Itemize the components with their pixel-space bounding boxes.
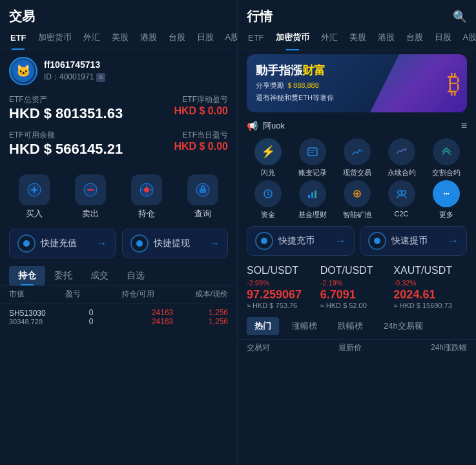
func-label-5: 资金 [261, 210, 275, 220]
func-perpetual[interactable]: 永续合约 [380, 138, 422, 178]
tab-hk-left[interactable]: 港股 [135, 29, 162, 46]
spot-trade-icon [344, 138, 371, 165]
buy-icon [19, 174, 50, 205]
market-tab-hot[interactable]: 热门 [247, 317, 279, 335]
right-tabs: ETF 加密货币 外汇 美股 港股 台股 日股 A股 [238, 29, 476, 50]
notice-text: 阿uok [263, 120, 456, 132]
market-col-pair: 交易对 [247, 342, 270, 353]
market-tab-fall[interactable]: 跌幅榜 [330, 317, 371, 335]
banner-title-highlight: 财富 [302, 64, 326, 77]
func-label-7: 智能矿池 [343, 210, 371, 220]
func-account-record[interactable]: 账变记录 [291, 138, 333, 178]
c2c-icon [388, 180, 415, 207]
left-title: 交易 [9, 8, 35, 25]
qw-arrow: → [448, 235, 459, 247]
banner-title: 動手指漲财富 [256, 64, 334, 78]
func-mining[interactable]: 智能矿池 [336, 180, 378, 220]
svg-point-12 [398, 191, 402, 194]
deposit-dot-inner [23, 240, 30, 247]
left-header: 交易 [0, 0, 237, 29]
tab-tw-right[interactable]: 台股 [401, 29, 428, 46]
tab-tw-left[interactable]: 台股 [163, 29, 191, 46]
tab-crypto-left[interactable]: 加密货币 [33, 29, 77, 46]
right-panel: 行情 🔍 ETF 加密货币 外汇 美股 港股 台股 日股 A股 動手指漲财富 分… [238, 0, 476, 465]
sell-button[interactable]: 卖出 [75, 174, 106, 220]
dot-change: -2.19% [320, 279, 343, 287]
buy-label: 买入 [26, 208, 43, 220]
xaut-hkd: ≈ HKD $ 15690.73 [393, 302, 462, 309]
stock-cost: 1,256 1,256 [173, 308, 228, 326]
price-section: SOL/USDT -2.99% 97.259067 ≈ HKD $ 753.76… [238, 261, 476, 313]
price-dot: DOT/USDT -2.19% 6.7091 ≈ HKD $ 52.00 [320, 265, 394, 309]
func-more[interactable]: 更多 [425, 180, 467, 220]
quick-withdraw-label-left: 快捷提现 [154, 238, 190, 249]
etf-total-label: ETF总资产 [9, 94, 123, 105]
tab-hk-right[interactable]: 港股 [373, 29, 400, 46]
tab-etf-left[interactable]: ETF [5, 30, 32, 45]
dot-hkd: ≈ HKD $ 52.00 [320, 302, 389, 309]
tab-jp-right[interactable]: 日股 [429, 29, 457, 46]
etf-today-value: HKD $ 0.00 [174, 141, 228, 152]
tab-us-right[interactable]: 美股 [344, 29, 371, 46]
market-tab-rise[interactable]: 涨幅榜 [284, 317, 325, 335]
func-grid: ⚡ 闪兑 账变记录 现货交易 永续合约 交割合约 [238, 136, 476, 222]
func-c2c[interactable]: C2C [380, 180, 422, 220]
tab-etf-right[interactable]: ETF [243, 30, 269, 45]
quick-withdraw-left[interactable]: 快捷提现 → [122, 229, 229, 258]
func-flash-exchange[interactable]: ⚡ 闪兑 [247, 138, 289, 178]
query-button[interactable]: 查询 [187, 174, 218, 220]
etf-float-label: ETF浮动盈亏 [174, 94, 228, 105]
market-col-change: 24h涨跌幅 [431, 342, 467, 353]
tab-jp-left[interactable]: 日股 [192, 29, 219, 46]
action-buttons: 买入 卖出 持仓 [0, 169, 237, 225]
tab-crypto-right[interactable]: 加密货币 [271, 29, 315, 46]
func-delivery[interactable]: 交割合约 [425, 138, 467, 178]
buy-button[interactable]: 买入 [19, 174, 50, 220]
user-id: ID：40001971 ⧉ [44, 72, 105, 83]
copy-icon[interactable]: ⧉ [96, 73, 105, 82]
tab-cn-left[interactable]: A股 [220, 29, 238, 46]
quick-deposit-label-left: 快捷充值 [41, 238, 77, 249]
tab-position[interactable]: 持仓 [9, 266, 45, 285]
qw-dot [368, 232, 386, 250]
func-spot-trade[interactable]: 现货交易 [336, 138, 378, 178]
svg-point-17 [447, 193, 448, 194]
deposit-dot [17, 234, 36, 253]
quick-withdraw-right[interactable]: 快速提币 → [360, 226, 468, 256]
col-pnl: 盈亏 [65, 289, 81, 300]
tab-cn-right[interactable]: A股 [458, 29, 476, 46]
svg-point-3 [144, 187, 149, 192]
fund-wealth-icon [299, 180, 326, 207]
xaut-pair: XAUT/USDT -0.32% [393, 265, 462, 288]
menu-icon[interactable]: ≡ [461, 120, 467, 132]
func-label-9: 更多 [439, 210, 453, 220]
tab-entrust[interactable]: 委托 [45, 266, 81, 285]
tab-forex-right[interactable]: 外汇 [316, 29, 343, 46]
position-button[interactable]: 持仓 [131, 174, 162, 220]
xaut-value: 2024.61 [393, 288, 462, 302]
banner-share-label: ＄888,888 [286, 81, 319, 89]
quick-buttons-right: 快捷充币 → 快速提币 → [238, 222, 476, 261]
func-fund-wealth[interactable]: 基金理财 [291, 180, 333, 220]
quick-deposit-label-right: 快捷充币 [278, 235, 315, 247]
banner[interactable]: 動手指漲财富 分享獎勵 ＄888,888 還有神秘和獎ETH等著你 ₿ [247, 54, 467, 112]
quick-deposit-right[interactable]: 快捷充币 → [247, 226, 355, 256]
search-icon[interactable]: 🔍 [453, 10, 467, 24]
etf-avail-value: HKD $ 566145.21 [9, 141, 123, 158]
qd-dot-inner [261, 238, 267, 244]
quick-deposit-left-inner: 快捷充值 [17, 234, 77, 253]
tab-favorite[interactable]: 自选 [118, 266, 154, 285]
tab-deal[interactable]: 成交 [81, 266, 118, 285]
quick-deposit-left[interactable]: 快捷充值 → [9, 229, 116, 258]
market-tab-volume[interactable]: 24h交易额 [376, 317, 431, 335]
func-label-3: 永续合约 [388, 168, 416, 178]
username: ff1061745713 [44, 59, 105, 70]
func-fund[interactable]: 资金 [247, 180, 289, 220]
banner-decoration: ₿ [370, 54, 467, 112]
svg-rect-10 [315, 191, 316, 198]
qw-dot-inner [374, 238, 380, 244]
account-record-icon [299, 138, 326, 165]
tab-forex-left[interactable]: 外汇 [78, 29, 105, 46]
svg-rect-5 [200, 189, 206, 193]
tab-us-left[interactable]: 美股 [107, 29, 134, 46]
